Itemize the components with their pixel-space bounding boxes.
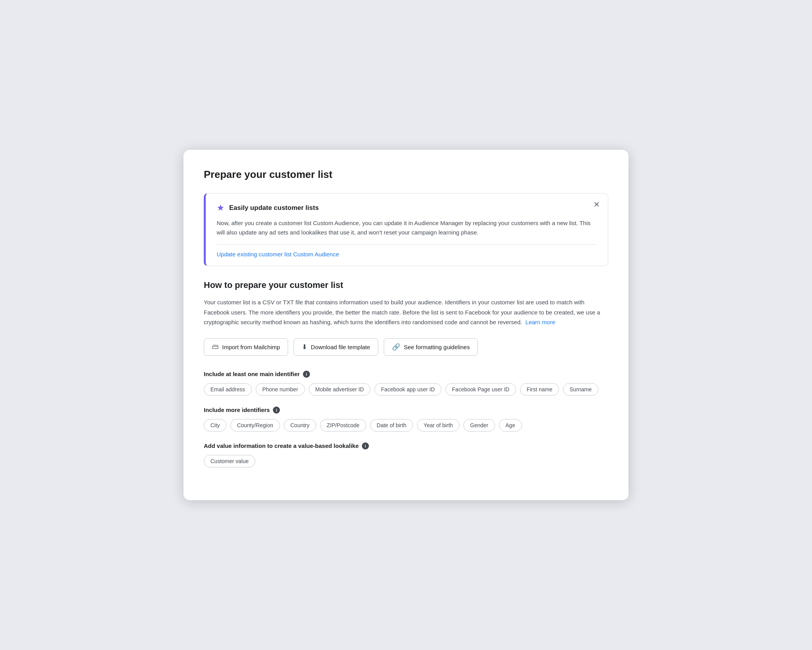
update-audience-link[interactable]: Update existing customer list Custom Aud… — [217, 251, 339, 258]
main-identifiers-label: Include at least one main identifier i — [204, 371, 608, 378]
tag-country: Country — [284, 419, 316, 432]
tag-zip-postcode: ZIP/Postcode — [320, 419, 366, 432]
tag-facebook-page-user-id: Facebook Page user ID — [445, 383, 516, 396]
tag-date-of-birth: Date of birth — [370, 419, 413, 432]
tag-county-region: County/Region — [230, 419, 280, 432]
tag-surname: Surname — [563, 383, 598, 396]
tag-age: Age — [499, 419, 522, 432]
tag-first-name: First name — [520, 383, 559, 396]
description-text: Your customer list is a CSV or TXT file … — [204, 297, 608, 327]
value-section-label: Add value information to create a value-… — [204, 442, 608, 449]
close-banner-button[interactable]: ✕ — [593, 201, 600, 208]
modal: Prepare your customer list ★ Easily upda… — [183, 150, 629, 500]
info-banner-header: ★ Easily update customer lists — [217, 203, 597, 213]
tag-email-address: Email address — [204, 383, 252, 396]
banner-divider — [217, 244, 597, 245]
main-identifiers-section: Include at least one main identifier i E… — [204, 371, 608, 396]
action-buttons-row: 🗃 Import from Mailchimp ⬇ Download file … — [204, 338, 608, 356]
tag-city: City — [204, 419, 226, 432]
info-banner-body: Now, after you create a customer list Cu… — [217, 218, 597, 237]
info-banner: ★ Easily update customer lists ✕ Now, af… — [204, 193, 608, 266]
tag-phone-number: Phone number — [256, 383, 305, 396]
download-template-button[interactable]: ⬇ Download file template — [294, 338, 378, 356]
how-to-title: How to prepare your customer list — [204, 280, 608, 290]
link-icon: 🔗 — [392, 343, 400, 351]
main-identifiers-tags: Email address Phone number Mobile advert… — [204, 383, 608, 396]
tag-year-of-birth: Year of birth — [417, 419, 459, 432]
value-section: Add value information to create a value-… — [204, 442, 608, 467]
value-section-info-icon[interactable]: i — [362, 442, 369, 449]
tag-mobile-advertiser-id: Mobile advertiser ID — [309, 383, 371, 396]
modal-title: Prepare your customer list — [204, 169, 608, 181]
import-mailchimp-button[interactable]: 🗃 Import from Mailchimp — [204, 338, 288, 356]
learn-more-link[interactable]: Learn more — [525, 319, 556, 325]
download-icon: ⬇ — [302, 343, 307, 351]
star-icon: ★ — [217, 203, 224, 213]
tag-gender: Gender — [463, 419, 495, 432]
info-banner-title: Easily update customer lists — [229, 204, 319, 212]
main-identifiers-info-icon[interactable]: i — [303, 371, 310, 378]
more-identifiers-tags: City County/Region Country ZIP/Postcode … — [204, 419, 608, 432]
formatting-guidelines-button[interactable]: 🔗 See formatting guidelines — [384, 338, 478, 356]
tag-customer-value: Customer value — [204, 455, 255, 467]
more-identifiers-label: Include more identifiers i — [204, 407, 608, 414]
more-identifiers-section: Include more identifiers i City County/R… — [204, 407, 608, 432]
more-identifiers-info-icon[interactable]: i — [273, 407, 280, 414]
tag-facebook-app-user-id: Facebook app user ID — [374, 383, 442, 396]
value-section-tags: Customer value — [204, 455, 608, 467]
mailchimp-icon: 🗃 — [212, 343, 219, 351]
